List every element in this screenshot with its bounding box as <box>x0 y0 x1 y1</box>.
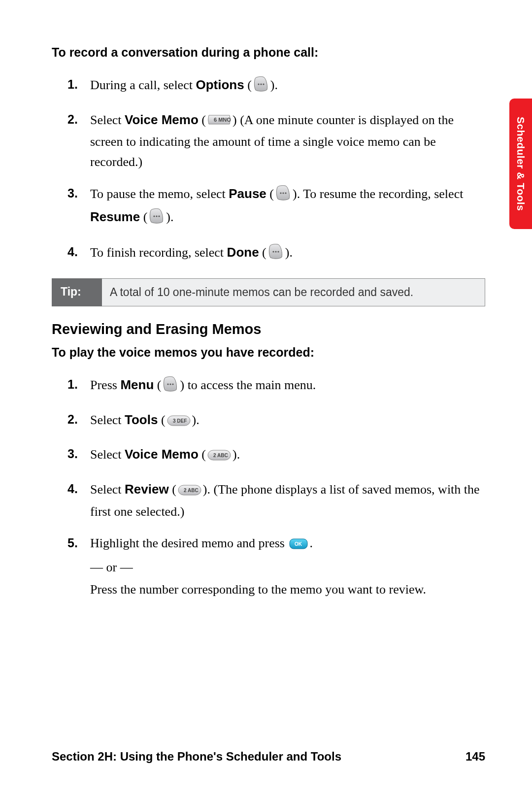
step-text: ( <box>244 78 252 92</box>
step-number: 5. <box>67 533 78 553</box>
step-text: ( <box>140 210 147 224</box>
step-text: ). <box>233 447 240 462</box>
manual-page: Scheduler & Tools To record a conversati… <box>0 0 532 798</box>
step-number: 2. <box>67 410 78 429</box>
step-text: To finish recording, select <box>90 245 227 260</box>
tip-box: Tip: A total of 10 one-minute memos can … <box>52 278 485 306</box>
heading-reviewing-erasing: Reviewing and Erasing Memos <box>52 321 485 337</box>
svg-point-11 <box>277 251 279 252</box>
softkey-icon <box>253 75 269 98</box>
list-item: 4. Select Review (2 ABC). (The phone dis… <box>52 479 485 522</box>
intro-record-call: To record a conversation during a phone … <box>52 44 485 61</box>
key-2-text: 2 ABC <box>184 488 199 493</box>
tip-body: A total of 10 one-minute memos can be re… <box>102 278 485 306</box>
step-text: Highlight the desired memo and press <box>90 536 288 550</box>
step-text: ). <box>166 210 173 224</box>
svg-point-0 <box>258 83 259 85</box>
step-number: 3. <box>67 444 78 464</box>
key-2-icon: 2 ABC <box>177 482 202 502</box>
svg-point-13 <box>170 383 171 385</box>
step-text: ( <box>154 378 161 392</box>
voice-memo-label: Voice Memo <box>125 112 199 127</box>
step-number: 2. <box>67 110 78 129</box>
step-text: To pause the memo, select <box>90 187 229 201</box>
svg-point-5 <box>285 192 286 194</box>
list-item: 5. Highlight the desired memo and press … <box>52 533 485 599</box>
svg-point-7 <box>156 216 158 217</box>
list-item: 3. To pause the memo, select Pause (). T… <box>52 184 485 231</box>
svg-point-9 <box>272 251 274 252</box>
menu-label: Menu <box>120 377 154 392</box>
tools-label: Tools <box>125 412 158 427</box>
ok-key-icon: OK <box>289 536 308 556</box>
list-item: 3. Select Voice Memo (2 ABC). <box>52 444 485 467</box>
list-item: 1. During a call, select Options (). <box>52 75 485 98</box>
step-number: 1. <box>67 75 78 94</box>
softkey-icon <box>267 243 284 266</box>
svg-point-1 <box>260 83 262 85</box>
voice-memo-label: Voice Memo <box>125 447 199 462</box>
step-text: ). To resume the recording, select <box>293 187 463 201</box>
page-footer: Section 2H: Using the Phone's Scheduler … <box>52 750 485 764</box>
key-6-text: 6 MNO <box>214 117 231 123</box>
steps-play-memos: 1. Press Menu () to access the main menu… <box>52 375 485 599</box>
or-divider: — or — <box>90 558 485 577</box>
step-text: ). <box>192 413 200 427</box>
step-text: ). <box>270 78 278 92</box>
svg-point-14 <box>172 383 174 385</box>
ok-key-text: OK <box>295 541 302 547</box>
svg-point-10 <box>275 251 276 252</box>
step-text: Select <box>90 482 125 497</box>
footer-section-title: Section 2H: Using the Phone's Scheduler … <box>52 750 341 764</box>
key-3-icon: 3 DEF <box>166 413 191 432</box>
list-item: 2. Select Voice Memo (6 MNO) (A one minu… <box>52 110 485 172</box>
key-6-icon: 6 MNO <box>207 112 232 132</box>
step-text: ( <box>199 447 206 462</box>
thumb-tab: Scheduler & Tools <box>509 99 532 229</box>
svg-point-3 <box>280 192 281 194</box>
list-item: 1. Press Menu () to access the main menu… <box>52 375 485 398</box>
step-text: ). <box>285 245 293 260</box>
softkey-icon <box>162 375 179 398</box>
svg-point-6 <box>154 216 155 217</box>
step-text: During a call, select <box>90 78 196 92</box>
step-text: ) to access the main menu. <box>180 378 316 392</box>
page-number: 145 <box>466 750 485 764</box>
step-number: 4. <box>67 479 78 499</box>
key-2-text: 2 ABC <box>213 453 228 458</box>
step-text: Select <box>90 413 125 427</box>
intro-play-memos: To play the voice memos you have recorde… <box>52 344 485 361</box>
step-text: ( <box>158 413 165 427</box>
options-label: Options <box>196 77 244 92</box>
pause-label: Pause <box>229 186 266 201</box>
list-item: 2. Select Tools (3 DEF). <box>52 410 485 432</box>
list-item: 4. To finish recording, select Done (). <box>52 242 485 266</box>
svg-point-2 <box>263 83 264 85</box>
step-text: Press the number corresponding to the me… <box>90 582 426 597</box>
step-number: 1. <box>67 375 78 394</box>
softkey-icon <box>275 184 292 207</box>
step-text: ( <box>169 482 176 497</box>
softkey-icon <box>148 207 165 230</box>
review-label: Review <box>125 482 169 497</box>
step-text: Select <box>90 447 125 462</box>
step-number: 4. <box>67 242 78 262</box>
svg-point-4 <box>282 192 284 194</box>
step-text: Select <box>90 113 125 127</box>
svg-point-8 <box>159 216 160 217</box>
step-number: 3. <box>67 184 78 203</box>
thumb-tab-label: Scheduler & Tools <box>515 117 527 211</box>
step-text: . <box>309 536 313 550</box>
step-text: Press <box>90 378 120 392</box>
step-text: ( <box>199 113 206 127</box>
done-label: Done <box>227 245 259 260</box>
svg-point-12 <box>167 383 169 385</box>
steps-record-call: 1. During a call, select Options (). 2. … <box>52 75 485 266</box>
resume-label: Resume <box>90 209 140 224</box>
key-3-text: 3 DEF <box>173 418 187 424</box>
tip-label: Tip: <box>52 278 102 306</box>
key-2-icon: 2 ABC <box>207 447 232 467</box>
step-text: ( <box>266 187 274 201</box>
step-text: ( <box>259 245 266 260</box>
